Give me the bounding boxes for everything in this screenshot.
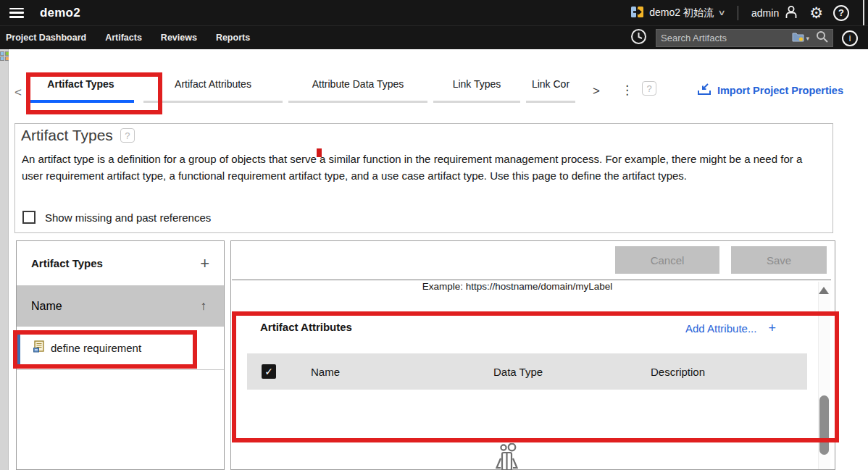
- nav-reports[interactable]: Reports: [216, 33, 250, 43]
- nav-artifacts[interactable]: Artifacts: [105, 33, 142, 43]
- search-scope-folder-icon[interactable]: [792, 32, 804, 45]
- list-item-define-requirement[interactable]: define requirement: [17, 327, 224, 370]
- attributes-table-header: ✓ Name Data Type Description: [247, 353, 807, 390]
- project-icon: [630, 5, 644, 21]
- tab-link-types[interactable]: Link Types: [433, 78, 520, 103]
- import-project-properties-link[interactable]: Import Project Properties: [697, 83, 843, 98]
- select-all-checkbox[interactable]: ✓: [262, 364, 276, 379]
- divider: [232, 280, 831, 280]
- add-artifact-type-button[interactable]: +: [200, 256, 209, 272]
- import-icon: [697, 83, 711, 98]
- chevron-down-icon: ∨: [717, 8, 725, 17]
- nav-project-dashboard[interactable]: Project Dashboard: [6, 33, 86, 43]
- save-button[interactable]: Save: [731, 246, 827, 274]
- user-menu[interactable]: admin: [751, 4, 799, 22]
- history-clock-icon[interactable]: [630, 28, 647, 48]
- artifact-attributes-title: Artifact Attributes: [260, 321, 352, 333]
- add-attribute-link[interactable]: Add Attribute... +: [685, 321, 776, 336]
- user-name: admin: [751, 7, 779, 19]
- project-selector[interactable]: demo2 初始流 ∨: [630, 5, 725, 21]
- artifact-types-overview: Artifact Types ? An artifact type is a d…: [14, 123, 833, 233]
- tab-attribute-data-types[interactable]: Attribute Data Types: [288, 78, 427, 103]
- selection-bar: [17, 331, 20, 366]
- cancel-button[interactable]: Cancel: [615, 246, 719, 274]
- tabs-scroll-right-icon[interactable]: >: [593, 84, 600, 98]
- tab-artifact-types[interactable]: Artifact Types: [28, 78, 134, 103]
- search-input[interactable]: [661, 33, 792, 43]
- hamburger-menu-icon[interactable]: [9, 8, 24, 18]
- tab-link-constraints-truncated[interactable]: Link Cor: [526, 78, 575, 103]
- tabs-scroll-left-icon[interactable]: <: [14, 85, 22, 100]
- info-icon[interactable]: i: [842, 30, 858, 46]
- show-missing-references-checkbox[interactable]: [22, 211, 36, 224]
- settings-gear-icon[interactable]: ⚙: [809, 5, 823, 20]
- project-name: demo2 初始流: [649, 7, 714, 20]
- user-icon: [783, 4, 799, 22]
- page-description: An artifact type is a definition for a g…: [22, 151, 825, 184]
- column-description[interactable]: Description: [651, 366, 807, 378]
- column-data-type[interactable]: Data Type: [493, 366, 651, 378]
- app-title: demo2: [40, 6, 80, 20]
- overflow-menu-icon[interactable]: ⋮: [621, 83, 633, 98]
- help-icon[interactable]: ?: [833, 5, 849, 21]
- tab-help-icon[interactable]: ?: [642, 81, 656, 96]
- page-title: Artifact Types: [21, 127, 113, 144]
- checkbox-label: Show missing and past references: [45, 211, 211, 224]
- column-name[interactable]: Name: [311, 366, 493, 378]
- nav-reviews[interactable]: Reviews: [161, 33, 197, 43]
- name-column-header[interactable]: Name ↑: [17, 285, 224, 327]
- add-attribute-plus-icon: +: [768, 321, 776, 336]
- panel-title: Artifact Types: [31, 257, 103, 269]
- divider: [738, 6, 738, 20]
- search-magnifier-icon[interactable]: [816, 30, 828, 46]
- artifact-types-list-panel: Artifact Types + Name ↑ define requireme…: [16, 240, 225, 470]
- scrollbar-up-arrow-icon[interactable]: [819, 287, 829, 294]
- search-box: ▾: [656, 29, 833, 47]
- page-help-icon[interactable]: ?: [120, 128, 135, 143]
- tab-artifact-attributes[interactable]: Artifact Attributes: [143, 78, 283, 103]
- search-scope-caret-icon[interactable]: ▾: [806, 35, 809, 42]
- artifact-type-detail-panel: Cancel Save Example: https://hostname/do…: [230, 240, 835, 470]
- settings-tabbar: < Artifact Types Artifact Attributes Att…: [9, 49, 868, 116]
- url-example-text: Example: https://hostname/domain/myLabel: [231, 281, 804, 292]
- collapsed-sidebar[interactable]: [0, 49, 9, 470]
- artifact-type-icon: [33, 340, 46, 356]
- project-navbar: Project Dashboard Artifacts Reviews Repo…: [0, 25, 868, 49]
- scrollbar-thumb[interactable]: [819, 395, 829, 455]
- sort-ascending-icon: ↑: [201, 299, 207, 314]
- global-header: demo2 demo2 初始流 ∨ admin: [0, 0, 868, 25]
- app-window: demo2 demo2 初始流 ∨ admin: [0, 0, 868, 470]
- empty-state-people-icon: [491, 443, 524, 470]
